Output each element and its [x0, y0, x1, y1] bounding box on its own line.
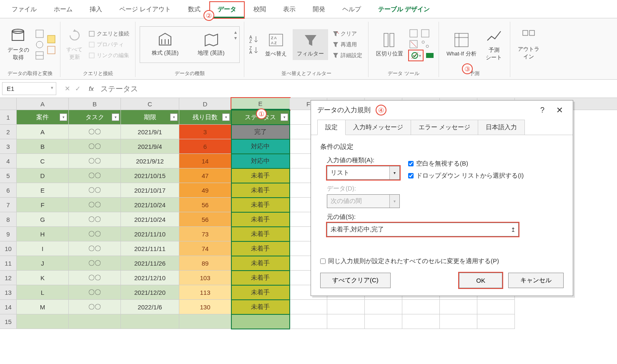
cell-blank[interactable] [69, 314, 121, 329]
row-header-6[interactable]: 6 [0, 183, 17, 198]
cell-blank[interactable] [290, 300, 327, 314]
sort-button[interactable]: Z AA Z 並べ替え [262, 30, 290, 59]
cell-blank[interactable] [179, 314, 231, 329]
row-header-11[interactable]: 11 [0, 256, 17, 271]
name-box[interactable]: E1 [2, 82, 56, 95]
row-header-9[interactable]: 9 [0, 227, 17, 241]
cell-blank[interactable] [365, 300, 402, 314]
row-header-15[interactable]: 15 [0, 314, 17, 329]
table-header-1[interactable]: タスク▾ [69, 110, 121, 125]
cell-blank[interactable] [17, 314, 69, 329]
ribbon-tab-5[interactable]: データ [210, 2, 244, 18]
ribbon-tab-7[interactable]: 表示 [276, 2, 303, 18]
table-cell[interactable]: I [17, 241, 69, 256]
filter-dropdown-icon[interactable]: ▾ [281, 113, 288, 121]
table-cell[interactable]: 未着手 [231, 198, 290, 212]
remove-dup-icon[interactable] [409, 40, 418, 49]
row-header-12[interactable]: 12 [0, 271, 17, 285]
table-header-2[interactable]: 期限▾ [121, 110, 179, 125]
filter-button[interactable]: フィルター [293, 29, 328, 60]
cell-blank[interactable] [231, 314, 290, 329]
cancel-formula-icon[interactable]: ✕ [65, 85, 70, 93]
table-cell[interactable]: 2021/10/24 [121, 212, 179, 227]
table-cell[interactable]: 74 [179, 241, 231, 256]
table-header-3[interactable]: 残り日数▾ [179, 110, 231, 125]
table-cell[interactable]: 未着手 [231, 212, 290, 227]
table-cell[interactable]: K [17, 271, 69, 285]
table-cell[interactable]: 未着手 [231, 300, 290, 314]
row-header-14[interactable]: 14 [0, 300, 17, 314]
text-to-columns-button[interactable]: 区切り位置 [373, 30, 406, 59]
ribbon-tab-8[interactable]: 開発 [305, 2, 333, 18]
table-cell[interactable]: 〇〇 [69, 241, 121, 256]
table-cell[interactable]: 2021/9/1 [121, 125, 179, 139]
in-cell-dropdown-checkbox[interactable]: ドロップダウン リストから選択する(I) [408, 172, 524, 180]
table-cell[interactable]: 47 [179, 168, 231, 183]
row-header-5[interactable]: 5 [0, 168, 17, 183]
ribbon-tab-10[interactable]: テーブル デザイン [371, 2, 437, 18]
table-cell[interactable]: B [17, 139, 69, 154]
table-cell[interactable]: 2021/11/10 [121, 227, 179, 241]
stocks-button[interactable]: 株式 (英語) [148, 31, 182, 58]
table-cell[interactable]: 3 [179, 125, 231, 139]
cell-blank[interactable] [365, 314, 402, 329]
table-cell[interactable]: A [17, 125, 69, 139]
table-cell[interactable]: L [17, 285, 69, 300]
table-cell[interactable]: D [17, 168, 69, 183]
table-cell[interactable]: F [17, 198, 69, 212]
dialog-help-button[interactable]: ? [540, 106, 544, 115]
cell-blank[interactable] [327, 314, 365, 329]
table-cell[interactable]: 14 [179, 154, 231, 168]
ribbon-tab-1[interactable]: ホーム [46, 2, 80, 18]
table-cell[interactable]: 未着手 [231, 227, 290, 241]
dialog-tab-1[interactable]: 入力時メッセージ [345, 120, 411, 135]
outline-button[interactable]: アウトラ イン [514, 27, 543, 62]
refresh-all-button[interactable]: すべて 更新 [65, 28, 84, 62]
ok-button[interactable]: OK [459, 273, 502, 288]
table-cell[interactable]: 113 [179, 285, 231, 300]
cancel-button[interactable]: キャンセル [508, 273, 564, 288]
table-cell[interactable]: 〇〇 [69, 139, 121, 154]
cell-blank[interactable] [477, 300, 515, 314]
allow-select[interactable]: リスト ▾ [327, 166, 400, 180]
table-header-0[interactable]: 案件▾ [17, 110, 69, 125]
ribbon-tab-2[interactable]: 挿入 [82, 2, 110, 18]
table-cell[interactable]: 〇〇 [69, 300, 121, 314]
cell-blank[interactable] [290, 314, 327, 329]
manage-data-model-icon[interactable] [425, 50, 434, 60]
query-item-0[interactable]: クエリと接続 [87, 29, 131, 38]
whatif-button[interactable]: What-If 分析 [443, 30, 480, 59]
table-cell[interactable]: 〇〇 [69, 227, 121, 241]
reapply-button[interactable]: 再適用 [331, 40, 359, 49]
cell-blank[interactable] [402, 314, 440, 329]
table-cell[interactable]: 56 [179, 212, 231, 227]
table-cell[interactable]: E [17, 183, 69, 198]
cell-blank[interactable] [327, 300, 365, 314]
cell-blank[interactable] [477, 314, 515, 329]
row-header-3[interactable]: 3 [0, 139, 17, 154]
clear-all-button[interactable]: すべてクリア(C) [320, 273, 391, 288]
recent-sources-icon[interactable] [47, 35, 56, 44]
forecast-sheet-button[interactable]: 予測 シート [482, 26, 506, 63]
table-cell[interactable]: M [17, 300, 69, 314]
ribbon-tab-9[interactable]: ヘルプ [335, 2, 369, 18]
table-cell[interactable]: 〇〇 [69, 154, 121, 168]
table-cell[interactable]: 〇〇 [69, 212, 121, 227]
table-cell[interactable]: 未着手 [231, 241, 290, 256]
dialog-tab-2[interactable]: エラー メッセージ [411, 120, 478, 135]
cell-blank[interactable] [121, 314, 179, 329]
table-cell[interactable]: 2021/10/15 [121, 168, 179, 183]
get-data-button[interactable]: データの 取得 [4, 26, 33, 63]
table-cell[interactable]: J [17, 256, 69, 271]
row-header-13[interactable]: 13 [0, 285, 17, 300]
ignore-blank-checkbox[interactable]: 空白を無視する(B) [408, 160, 468, 168]
table-cell[interactable]: 未着手 [231, 183, 290, 198]
existing-conn-icon[interactable] [47, 45, 56, 55]
cell-blank[interactable] [402, 300, 440, 314]
fx-icon[interactable]: fx [89, 85, 94, 92]
filter-dropdown-icon[interactable]: ▾ [170, 113, 178, 121]
dialog-tab-0[interactable]: 設定 [317, 120, 346, 135]
table-cell[interactable]: 2022/1/6 [121, 300, 179, 314]
ribbon-tab-0[interactable]: ファイル [4, 2, 44, 18]
table-cell[interactable]: 56 [179, 198, 231, 212]
